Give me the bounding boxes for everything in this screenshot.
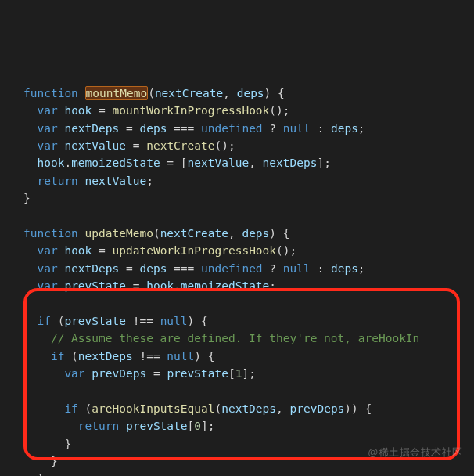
code-token: } bbox=[23, 472, 44, 476]
code-token: memoizedState bbox=[181, 279, 270, 292]
code-line: return nextValue; bbox=[23, 172, 468, 189]
code-token: !== bbox=[126, 315, 160, 327]
code-token: } bbox=[23, 438, 71, 450]
code-token: return bbox=[78, 420, 119, 432]
code-token: 0 bbox=[194, 420, 201, 432]
code-token bbox=[23, 139, 37, 152]
code-token: ]; bbox=[317, 157, 330, 169]
code-token bbox=[23, 367, 64, 380]
code-line bbox=[23, 383, 468, 400]
code-token: var bbox=[37, 262, 57, 275]
code-token: mountMemo bbox=[85, 86, 149, 100]
code-token: hook bbox=[37, 157, 64, 169]
code-token: deps bbox=[139, 122, 167, 135]
code-token: nextValue bbox=[64, 139, 126, 152]
code-token: deps bbox=[331, 122, 358, 135]
code-token: return bbox=[37, 175, 77, 187]
code-token: deps bbox=[237, 87, 264, 99]
code-line: } bbox=[23, 189, 468, 207]
code-token: if bbox=[51, 350, 64, 362]
code-line: if (prevState !== null) { bbox=[23, 312, 468, 330]
code-token: nextCreate bbox=[155, 87, 223, 99]
code-token: === bbox=[167, 262, 201, 275]
code-token bbox=[23, 332, 51, 344]
code-token: mountWorkInProgressHook bbox=[113, 104, 270, 117]
code-token: areHookInputsEqual bbox=[92, 402, 214, 415]
code-token: ) { bbox=[188, 315, 208, 327]
code-token: ( bbox=[148, 87, 155, 99]
code-token: ( bbox=[64, 350, 77, 362]
code-token: hook bbox=[64, 104, 92, 117]
code-token bbox=[23, 350, 51, 362]
code-line: var nextDeps = deps === undefined ? null… bbox=[23, 120, 468, 137]
code-token: , bbox=[223, 87, 236, 99]
code-token: updateMemo bbox=[85, 227, 153, 240]
code-token: deps bbox=[331, 262, 358, 275]
code-token: ) { bbox=[269, 227, 289, 240]
code-token: )) { bbox=[344, 402, 372, 415]
code-token: nextCreate bbox=[146, 139, 214, 152]
code-token: [ bbox=[228, 367, 235, 380]
code-token: nextDeps bbox=[263, 157, 318, 169]
code-token: function bbox=[23, 87, 78, 99]
code-token: ]; bbox=[201, 420, 214, 432]
code-token: !== bbox=[133, 350, 167, 362]
code-token: ) { bbox=[264, 87, 285, 99]
code-token: (); bbox=[215, 139, 235, 152]
code-token: : bbox=[311, 122, 331, 135]
code-token: = bbox=[146, 367, 167, 380]
code-token: , bbox=[276, 402, 289, 415]
code-token: var bbox=[37, 279, 57, 292]
code-token: } bbox=[23, 455, 58, 467]
code-token: , bbox=[249, 157, 262, 169]
code-line bbox=[23, 207, 468, 225]
code-token: ? bbox=[263, 122, 283, 135]
code-line: } bbox=[23, 470, 468, 476]
code-token bbox=[23, 315, 37, 327]
code-token: = bbox=[92, 244, 112, 257]
code-line: hook.memoizedState = [nextValue, nextDep… bbox=[23, 154, 468, 171]
code-token: ; bbox=[146, 175, 153, 187]
code-token: ? bbox=[263, 262, 283, 275]
code-token: deps bbox=[242, 227, 269, 240]
code-token bbox=[119, 420, 126, 432]
code-token: if bbox=[64, 402, 77, 415]
code-token: prevDeps bbox=[92, 367, 146, 380]
code-token: = bbox=[92, 104, 112, 117]
code-token: null bbox=[167, 350, 194, 362]
code-token: null bbox=[283, 262, 311, 275]
code-token: nextDeps bbox=[221, 402, 276, 415]
code-token: prevState bbox=[167, 367, 228, 380]
code-token: var bbox=[64, 367, 84, 380]
code-token bbox=[23, 157, 37, 169]
code-token bbox=[78, 87, 85, 99]
code-token: = bbox=[126, 139, 146, 152]
code-token: prevState bbox=[64, 315, 126, 327]
code-token: prevDeps bbox=[290, 402, 345, 415]
code-token: nextDeps bbox=[78, 350, 133, 362]
code-line: var hook = updateWorkInProgressHook(); bbox=[23, 242, 468, 259]
code-token: null bbox=[160, 315, 188, 327]
code-token: nextDeps bbox=[64, 262, 119, 275]
code-token: . bbox=[64, 157, 71, 169]
code-token: var bbox=[37, 244, 57, 257]
code-token: : bbox=[311, 262, 331, 275]
code-token: hook bbox=[64, 244, 92, 257]
code-token: ) { bbox=[194, 350, 214, 362]
code-token: var bbox=[37, 122, 57, 135]
code-token: ( bbox=[214, 402, 221, 415]
code-token: ; bbox=[269, 279, 276, 292]
code-token: if bbox=[37, 315, 50, 327]
code-line: var nextValue = nextCreate(); bbox=[23, 137, 468, 154]
code-token: ( bbox=[78, 402, 92, 415]
code-token: = bbox=[126, 279, 146, 292]
code-token: ( bbox=[153, 227, 160, 240]
code-line: } bbox=[23, 435, 468, 453]
code-token: function bbox=[23, 227, 78, 240]
code-line: if (nextDeps !== null) { bbox=[23, 348, 468, 365]
code-line: var prevState = hook.memoizedState; bbox=[23, 277, 468, 294]
code-token bbox=[23, 122, 37, 135]
code-line: if (areHookInputsEqual(nextDeps, prevDep… bbox=[23, 400, 468, 417]
code-token: undefined bbox=[201, 262, 263, 275]
code-token bbox=[23, 420, 78, 432]
